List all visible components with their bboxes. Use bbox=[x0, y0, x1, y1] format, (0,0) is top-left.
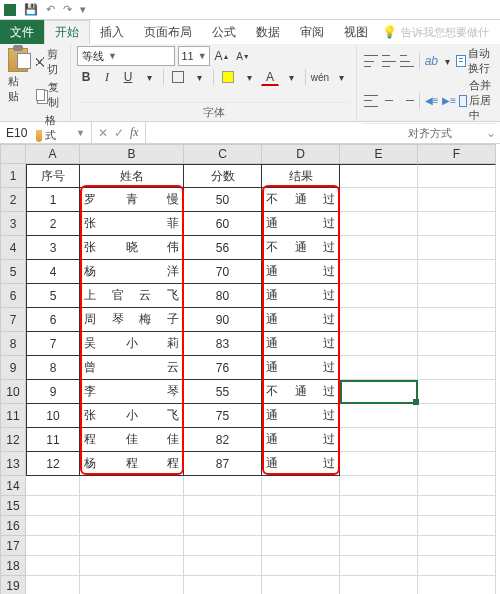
worksheet[interactable]: ABCDEF 1序号姓名分数结果21罗青慢50不通过32张菲60通过43张晓伟5… bbox=[0, 144, 500, 594]
cell[interactable] bbox=[340, 380, 418, 404]
italic-button[interactable]: I bbox=[98, 68, 116, 86]
cell[interactable] bbox=[340, 284, 418, 308]
column-header-C[interactable]: C bbox=[184, 144, 262, 164]
row-header[interactable]: 4 bbox=[0, 236, 26, 260]
cell[interactable]: 56 bbox=[184, 236, 262, 260]
cell[interactable]: 李琴 bbox=[80, 380, 184, 404]
formula-input[interactable] bbox=[146, 122, 482, 143]
phonetic-dropdown[interactable]: ▾ bbox=[332, 68, 350, 86]
cell[interactable] bbox=[340, 356, 418, 380]
cell[interactable]: 结果 bbox=[262, 164, 340, 188]
cell[interactable]: 通过 bbox=[262, 260, 340, 284]
cell[interactable]: 不通过 bbox=[262, 188, 340, 212]
cell[interactable] bbox=[418, 356, 496, 380]
cell[interactable] bbox=[340, 212, 418, 236]
cell[interactable]: 9 bbox=[26, 380, 80, 404]
column-header-D[interactable]: D bbox=[262, 144, 340, 164]
decrease-indent-button[interactable]: ◀≡ bbox=[424, 92, 440, 110]
expand-formula-bar[interactable]: ⌄ bbox=[482, 122, 500, 143]
cell[interactable] bbox=[184, 556, 262, 576]
qat-save[interactable]: 💾 bbox=[24, 3, 38, 16]
row-header[interactable]: 16 bbox=[0, 516, 26, 536]
underline-dropdown[interactable]: ▾ bbox=[140, 68, 158, 86]
cell[interactable] bbox=[340, 308, 418, 332]
row-header[interactable]: 5 bbox=[0, 260, 26, 284]
qat-customize[interactable]: ▾ bbox=[80, 3, 86, 16]
cut-button[interactable]: 剪切 bbox=[34, 46, 64, 78]
row-header[interactable]: 13 bbox=[0, 452, 26, 476]
align-top-button[interactable] bbox=[363, 52, 379, 70]
tab-insert[interactable]: 插入 bbox=[90, 20, 134, 44]
copy-button[interactable]: 复制 bbox=[34, 79, 64, 111]
cell[interactable]: 通过 bbox=[262, 284, 340, 308]
enter-formula-button[interactable]: ✓ bbox=[114, 126, 124, 140]
cell[interactable]: 6 bbox=[26, 308, 80, 332]
align-right-button[interactable] bbox=[399, 92, 415, 110]
tab-page-layout[interactable]: 页面布局 bbox=[134, 20, 202, 44]
row-header[interactable]: 7 bbox=[0, 308, 26, 332]
cell[interactable]: 通过 bbox=[262, 332, 340, 356]
cell[interactable] bbox=[340, 536, 418, 556]
cell[interactable] bbox=[418, 188, 496, 212]
row-header[interactable]: 12 bbox=[0, 428, 26, 452]
row-header[interactable]: 15 bbox=[0, 496, 26, 516]
cell[interactable]: 1 bbox=[26, 188, 80, 212]
cell[interactable]: 60 bbox=[184, 212, 262, 236]
orientation-dropdown[interactable]: ▾ bbox=[441, 52, 454, 70]
cell[interactable]: 通过 bbox=[262, 404, 340, 428]
wrap-text-button[interactable]: 自动换行 bbox=[468, 46, 497, 76]
cell[interactable] bbox=[340, 516, 418, 536]
tab-home[interactable]: 开始 bbox=[44, 20, 90, 44]
increase-indent-button[interactable]: ▶≡ bbox=[441, 92, 457, 110]
cell[interactable]: 杨程程 bbox=[80, 452, 184, 476]
cell[interactable]: 通过 bbox=[262, 428, 340, 452]
cell[interactable]: 55 bbox=[184, 380, 262, 404]
row-header[interactable]: 2 bbox=[0, 188, 26, 212]
cell[interactable] bbox=[184, 496, 262, 516]
tab-formulas[interactable]: 公式 bbox=[202, 20, 246, 44]
cell[interactable]: 序号 bbox=[26, 164, 80, 188]
cell[interactable] bbox=[26, 496, 80, 516]
font-color-dropdown[interactable]: ▾ bbox=[282, 68, 300, 86]
cell[interactable]: 姓名 bbox=[80, 164, 184, 188]
cell[interactable] bbox=[184, 576, 262, 594]
cell[interactable]: 通过 bbox=[262, 356, 340, 380]
tab-review[interactable]: 审阅 bbox=[290, 20, 334, 44]
cell[interactable] bbox=[26, 516, 80, 536]
cell[interactable]: 90 bbox=[184, 308, 262, 332]
select-all-corner[interactable] bbox=[0, 144, 26, 164]
cell[interactable] bbox=[184, 516, 262, 536]
cell[interactable]: 70 bbox=[184, 260, 262, 284]
cell[interactable]: 80 bbox=[184, 284, 262, 308]
cell[interactable]: 通过 bbox=[262, 452, 340, 476]
cell[interactable] bbox=[418, 428, 496, 452]
cell[interactable] bbox=[340, 164, 418, 188]
cell[interactable]: 82 bbox=[184, 428, 262, 452]
cell[interactable]: 张菲 bbox=[80, 212, 184, 236]
cell[interactable] bbox=[418, 452, 496, 476]
cell[interactable] bbox=[340, 576, 418, 594]
font-size-combo[interactable]: 11▼ bbox=[178, 46, 210, 66]
cell[interactable]: 83 bbox=[184, 332, 262, 356]
cell[interactable] bbox=[340, 496, 418, 516]
insert-function-button[interactable]: fx bbox=[130, 125, 139, 140]
cell[interactable]: 11 bbox=[26, 428, 80, 452]
cell[interactable] bbox=[418, 556, 496, 576]
row-header[interactable]: 17 bbox=[0, 536, 26, 556]
cell[interactable]: 程佳佳 bbox=[80, 428, 184, 452]
increase-font-button[interactable]: A▲ bbox=[213, 47, 231, 65]
cell[interactable] bbox=[340, 476, 418, 496]
cell[interactable] bbox=[262, 556, 340, 576]
qat-undo[interactable]: ↶ bbox=[46, 3, 55, 16]
cell[interactable] bbox=[340, 452, 418, 476]
cell[interactable] bbox=[262, 496, 340, 516]
underline-button[interactable]: U bbox=[119, 68, 137, 86]
row-header[interactable]: 10 bbox=[0, 380, 26, 404]
cell[interactable]: 分数 bbox=[184, 164, 262, 188]
cell[interactable] bbox=[418, 516, 496, 536]
cell[interactable] bbox=[80, 496, 184, 516]
borders-button[interactable] bbox=[169, 68, 187, 86]
cell[interactable]: 87 bbox=[184, 452, 262, 476]
qat-redo[interactable]: ↷ bbox=[63, 3, 72, 16]
row-header[interactable]: 1 bbox=[0, 164, 26, 188]
